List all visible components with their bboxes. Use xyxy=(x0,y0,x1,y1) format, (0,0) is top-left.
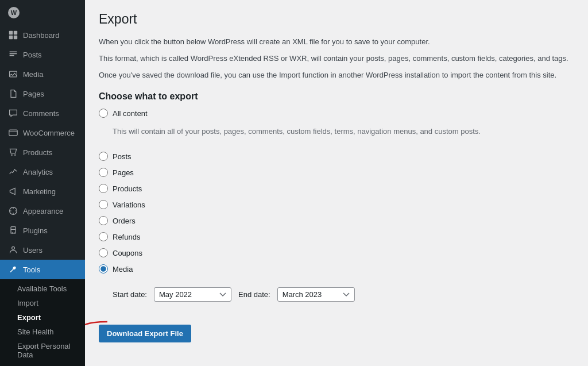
tools-submenu: Available Tools Import Export Site Healt… xyxy=(0,279,85,366)
submenu-site-health[interactable]: Site Health xyxy=(0,325,85,339)
page-title: Export xyxy=(99,11,574,27)
wordpress-icon: W xyxy=(8,7,20,18)
description-2: This format, which is called WordPress e… xyxy=(99,53,574,65)
all-content-hint: This will contain all of your posts, pag… xyxy=(99,127,574,136)
svg-point-7 xyxy=(14,155,16,156)
radio-pages[interactable]: Pages xyxy=(99,168,574,177)
sidebar-item-analytics[interactable]: Analytics xyxy=(0,162,85,182)
svg-rect-3 xyxy=(14,36,17,39)
description-3: Once you've saved the download file, you… xyxy=(99,70,574,82)
sidebar-item-dashboard[interactable]: Dashboard xyxy=(0,25,85,45)
sidebar-item-label: Pages xyxy=(23,90,44,98)
comments-icon xyxy=(8,108,18,118)
radio-media[interactable]: Media xyxy=(99,264,574,273)
submenu-export[interactable]: Export xyxy=(0,310,85,325)
analytics-icon xyxy=(8,167,18,177)
sidebar-item-label: Products xyxy=(23,148,52,157)
radio-label-posts: Posts xyxy=(113,152,131,161)
radio-input-products[interactable] xyxy=(99,184,108,193)
submenu-export-personal-data[interactable]: Export Personal Data xyxy=(0,339,85,362)
pages-icon xyxy=(8,88,18,99)
sidebar-item-label: Marketing xyxy=(23,187,56,196)
sidebar-logo: W xyxy=(0,0,85,25)
sidebar-item-label: Users xyxy=(23,246,42,255)
radio-products[interactable]: Products xyxy=(99,184,574,193)
end-date-label: End date: xyxy=(238,290,270,299)
sidebar-item-plugins[interactable]: Plugins xyxy=(0,221,85,240)
radio-coupons[interactable]: Coupons xyxy=(99,248,574,257)
end-date-select[interactable]: March 2023 All dates January 2022 Februa… xyxy=(277,287,355,302)
marketing-icon xyxy=(8,186,18,197)
svg-point-6 xyxy=(11,155,12,156)
radio-input-variations[interactable] xyxy=(99,200,108,209)
svg-rect-0 xyxy=(9,31,13,34)
tools-icon xyxy=(8,264,18,275)
sidebar-item-woocommerce[interactable]: WooCommerce xyxy=(0,123,85,142)
submenu-available-tools[interactable]: Available Tools xyxy=(0,282,85,296)
radio-input-pages[interactable] xyxy=(99,168,108,177)
start-date-label: Start date: xyxy=(113,290,147,299)
svg-rect-5 xyxy=(9,130,17,136)
sidebar-item-label: Comments xyxy=(23,109,59,118)
svg-rect-1 xyxy=(14,31,17,34)
radio-label-coupons: Coupons xyxy=(113,249,142,257)
submenu-erase-personal-data[interactable]: Erase Personal Data xyxy=(0,362,85,366)
sidebar-item-label: Analytics xyxy=(23,168,53,176)
svg-point-10 xyxy=(12,246,15,249)
section-title: Choose what to export xyxy=(99,91,574,102)
radio-orders[interactable]: Orders xyxy=(99,216,574,225)
radio-label-refunds: Refunds xyxy=(113,233,140,241)
sidebar-item-posts[interactable]: Posts xyxy=(0,45,85,64)
users-icon xyxy=(8,245,18,255)
sidebar-item-users[interactable]: Users xyxy=(0,240,85,260)
sidebar-item-products[interactable]: Products xyxy=(0,142,85,162)
export-options: All content This will contain all of you… xyxy=(99,109,574,302)
radio-label-media: Media xyxy=(113,265,133,273)
sidebar-item-label: Dashboard xyxy=(23,31,60,40)
submenu-import[interactable]: Import xyxy=(0,296,85,310)
sidebar-item-appearance[interactable]: Appearance xyxy=(0,201,85,221)
dashboard-icon xyxy=(8,30,18,40)
sidebar-item-label: Posts xyxy=(23,51,42,59)
radio-input-media[interactable] xyxy=(99,264,108,273)
sidebar-item-tools[interactable]: Tools xyxy=(0,260,85,279)
start-date-select[interactable]: May 2022 All dates January 2022 February… xyxy=(154,287,231,302)
products-icon xyxy=(8,147,18,157)
sidebar-item-pages[interactable]: Pages xyxy=(0,84,85,103)
radio-label-variations: Variations xyxy=(113,201,145,209)
main-content: Export When you click the button below W… xyxy=(85,0,588,366)
radio-refunds[interactable]: Refunds xyxy=(99,232,574,241)
sidebar: W Dashboard Posts Media Pages Comments xyxy=(0,0,85,366)
radio-input-posts[interactable] xyxy=(99,152,108,161)
media-icon xyxy=(8,69,18,79)
radio-input-refunds[interactable] xyxy=(99,232,108,241)
radio-label-orders: Orders xyxy=(113,217,136,225)
description-1: When you click the button below WordPres… xyxy=(99,36,574,48)
svg-rect-9 xyxy=(11,227,16,230)
svg-rect-2 xyxy=(9,36,13,39)
sidebar-item-label: Media xyxy=(23,70,43,79)
sidebar-item-label: Tools xyxy=(23,265,40,274)
sidebar-item-comments[interactable]: Comments xyxy=(0,103,85,123)
date-filter-row: Start date: May 2022 All dates January 2… xyxy=(99,287,574,302)
radio-input-orders[interactable] xyxy=(99,216,108,225)
plugins-icon xyxy=(8,225,18,236)
sidebar-item-label: WooCommerce xyxy=(23,129,75,137)
sidebar-item-marketing[interactable]: Marketing xyxy=(0,182,85,201)
radio-input-coupons[interactable] xyxy=(99,248,108,257)
sidebar-item-media[interactable]: Media xyxy=(0,64,85,84)
download-export-button[interactable]: Download Export File xyxy=(99,325,191,342)
radio-label-products: Products xyxy=(113,184,142,193)
download-section: Download Export File xyxy=(99,313,574,342)
sidebar-item-label: Plugins xyxy=(23,226,48,235)
posts-icon xyxy=(8,49,18,60)
radio-label-all-content: All content xyxy=(113,109,148,118)
radio-label-pages: Pages xyxy=(113,168,134,177)
appearance-icon xyxy=(8,206,18,216)
radio-posts[interactable]: Posts xyxy=(99,152,574,161)
radio-all-content[interactable]: All content xyxy=(99,109,574,118)
radio-variations[interactable]: Variations xyxy=(99,200,574,209)
woocommerce-icon xyxy=(8,128,18,138)
sidebar-item-label: Appearance xyxy=(23,207,63,215)
radio-input-all-content[interactable] xyxy=(99,109,108,118)
